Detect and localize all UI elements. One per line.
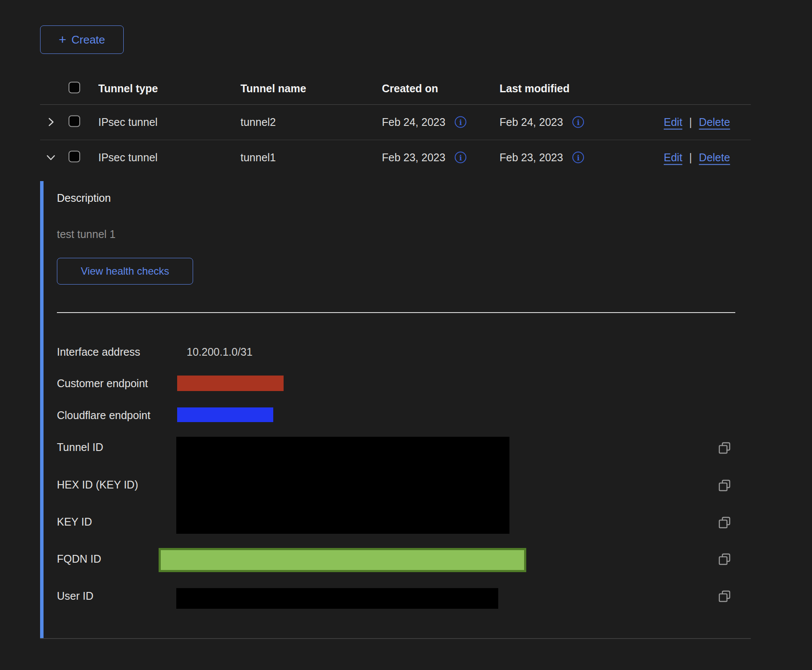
row-expander-chevron-down-icon[interactable] [44,151,57,164]
tunnels-page: + Create Tunnel type Tunnel name Created… [0,0,812,670]
copy-fqdn-id-button[interactable] [717,552,732,567]
delete-link[interactable]: Delete [699,116,730,128]
delete-link[interactable]: Delete [699,151,730,164]
description-label: Description [57,192,111,204]
table-header-row: Tunnel type Tunnel name Created on Last … [40,72,751,104]
row-checkbox[interactable] [69,116,80,127]
expanded-row-indicator-bar [40,181,44,638]
actions-separator: | [689,116,692,128]
last-modified-cell: Feb 24, 2023 [500,116,563,128]
edit-link[interactable]: Edit [664,151,682,164]
actions-separator: | [689,151,692,164]
edit-link[interactable]: Edit [664,116,682,128]
column-header-created-on: Created on [382,82,438,95]
view-health-checks-button[interactable]: View health checks [57,258,193,285]
created-on-cell: Feb 24, 2023 [382,116,445,128]
fqdn-id-label: FQDN ID [57,553,101,565]
cloudflare-endpoint-label: Cloudflare endpoint [57,409,150,422]
column-header-tunnel-type: Tunnel type [98,82,158,95]
tunnel-type-cell: IPsec tunnel [98,151,158,164]
tunnel-id-label: Tunnel ID [57,441,103,454]
row-expander-chevron-right-icon[interactable] [44,116,57,128]
select-all-checkbox[interactable] [69,82,80,94]
info-icon[interactable]: i [455,152,466,163]
user-id-redacted-value [176,588,498,609]
user-id-label: User ID [57,590,94,602]
fqdn-id-redacted-value [159,548,526,572]
cloudflare-endpoint-redacted-value [177,407,273,422]
column-header-tunnel-name: Tunnel name [240,82,306,95]
section-divider [57,312,735,313]
copy-hex-id-button[interactable] [717,478,732,493]
info-icon[interactable]: i [572,116,584,128]
created-on-cell: Feb 23, 2023 [382,151,445,164]
create-button-label: Create [72,33,105,47]
hex-id-label: HEX ID (KEY ID) [57,479,138,491]
row-checkbox[interactable] [69,151,80,163]
column-header-last-modified: Last modified [500,82,570,95]
create-button[interactable]: + Create [40,25,124,54]
tunnel-name-cell: tunnel1 [240,151,276,164]
table-row: IPsec tunnel tunnel2 Feb 24, 2023 i Feb … [40,104,751,140]
ids-redacted-value-block [176,437,509,534]
interface-address-label: Interface address [57,346,140,358]
customer-endpoint-label: Customer endpoint [57,377,148,390]
description-value: test tunnel 1 [57,228,116,241]
copy-user-id-button[interactable] [717,589,732,604]
customer-endpoint-redacted-value [177,376,284,391]
tunnel-name-cell: tunnel2 [240,116,276,128]
expanded-panel-bottom-divider [40,638,751,639]
plus-icon: + [59,33,66,46]
last-modified-cell: Feb 23, 2023 [500,151,563,164]
info-icon[interactable]: i [572,152,584,163]
table-row: IPsec tunnel tunnel1 Feb 23, 2023 i Feb … [40,140,751,175]
interface-address-value: 10.200.1.0/31 [187,346,253,358]
info-icon[interactable]: i [455,116,466,128]
copy-key-id-button[interactable] [717,515,732,530]
copy-tunnel-id-button[interactable] [717,441,732,455]
key-id-label: KEY ID [57,516,92,528]
tunnel-type-cell: IPsec tunnel [98,116,158,128]
